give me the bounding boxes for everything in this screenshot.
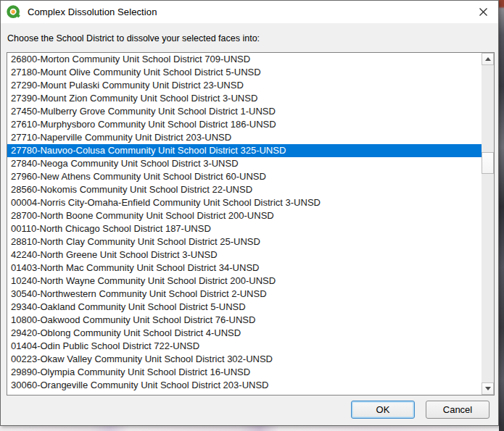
- titlebar: Complex Dissolution Selection: [1, 1, 498, 23]
- background-app-right-edge: [499, 0, 504, 431]
- list-item[interactable]: 10240-North Wayne Community Unit School …: [7, 275, 482, 288]
- list-item[interactable]: 30540-Northwestern Community Unit School…: [7, 288, 482, 301]
- list-item[interactable]: 27960-New Athens Community Unit School D…: [7, 170, 482, 183]
- list-item[interactable]: 26800-Morton Community Unit School Distr…: [7, 53, 482, 66]
- list-item[interactable]: 29340-Oakland Community Unit School Dist…: [7, 301, 482, 314]
- list-item[interactable]: 28810-North Clay Community Unit School D…: [7, 235, 482, 248]
- list-item[interactable]: 29890-Olympia Community Unit School Dist…: [7, 366, 482, 379]
- list-item[interactable]: 27840-Neoga Community Unit School Distri…: [7, 157, 482, 170]
- scroll-up-icon[interactable]: [482, 53, 494, 65]
- qgis-logo-icon: [7, 5, 21, 20]
- list-item[interactable]: 27390-Mount Zion Community Unit School D…: [7, 92, 482, 105]
- list-item[interactable]: 30060-Orangeville Community Unit School …: [7, 379, 482, 392]
- vertical-scrollbar[interactable]: [482, 53, 494, 395]
- list-item[interactable]: 42240-North Greene Unit School District …: [7, 248, 482, 261]
- list-item[interactable]: 28700-North Boone Community Unit School …: [7, 209, 482, 222]
- list-item[interactable]: 27610-Murphysboro Community Unit School …: [7, 118, 482, 131]
- scrollbar-thumb[interactable]: [482, 152, 494, 174]
- district-listbox: 26800-Morton Community Unit School Distr…: [7, 52, 495, 396]
- window-title: Complex Dissolution Selection: [28, 7, 157, 17]
- list-item[interactable]: 29420-Oblong Community Unit School Distr…: [7, 327, 482, 340]
- district-list: 26800-Morton Community Unit School Distr…: [7, 53, 482, 395]
- list-item[interactable]: 00223-Okaw Valley Community Unit School …: [7, 353, 482, 366]
- background-app-bottom-edge: [0, 426, 499, 431]
- scroll-down-icon[interactable]: [482, 382, 494, 395]
- close-icon[interactable]: [468, 1, 498, 23]
- list-item[interactable]: 27450-Mulberry Grove Community Unit Scho…: [7, 105, 482, 118]
- instruction-label: Choose the School District to dissolve y…: [7, 33, 260, 43]
- list-item[interactable]: 01403-North Mac Community Unit School Di…: [7, 261, 482, 275]
- ok-button[interactable]: OK: [351, 401, 415, 419]
- cancel-button[interactable]: Cancel: [426, 401, 489, 419]
- list-item[interactable]: 28560-Nokomis Community Unit School Dist…: [7, 183, 482, 196]
- list-item[interactable]: 01404-Odin Public School District 722-UN…: [7, 340, 482, 353]
- complex-dissolution-dialog: Complex Dissolution Selection Choose the…: [0, 0, 499, 426]
- list-item[interactable]: 27180-Mount Olive Community Unit School …: [7, 66, 482, 79]
- list-item[interactable]: 10800-Oakwood Community Unit School Dist…: [7, 314, 482, 327]
- list-item[interactable]: 00004-Norris City-Omaha-Enfield Communit…: [7, 196, 482, 209]
- list-item[interactable]: 00110-North Chicago School District 187-…: [7, 222, 482, 235]
- list-item[interactable]: 27290-Mount Pulaski Community Unit Distr…: [7, 79, 482, 92]
- list-item[interactable]: 27710-Naperville Community Unit District…: [7, 131, 482, 144]
- list-item-selected[interactable]: 27780-Nauvoo-Colusa Community Unit Schoo…: [7, 144, 482, 157]
